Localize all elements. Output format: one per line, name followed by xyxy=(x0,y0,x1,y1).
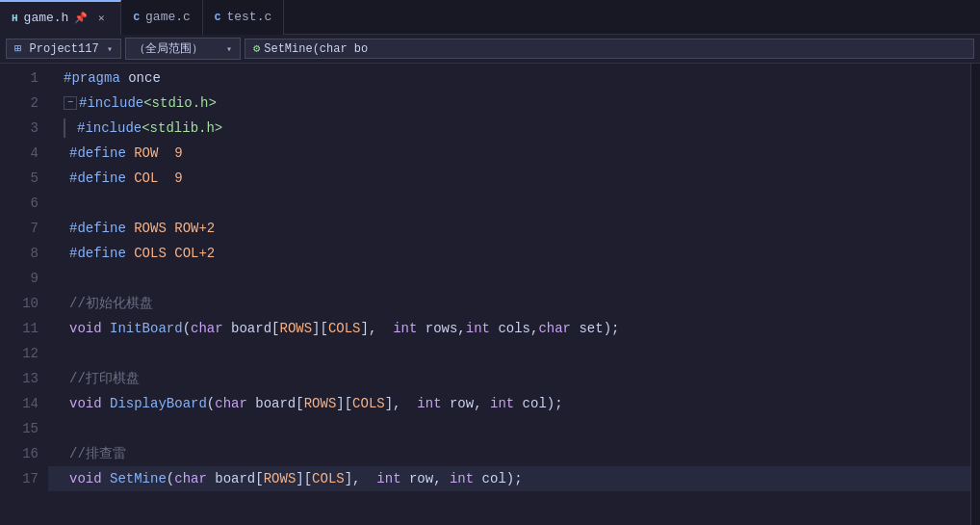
keyword-define-8: #define xyxy=(69,241,134,266)
pragma-value: once xyxy=(128,66,161,91)
kw-void-17: void xyxy=(69,466,110,491)
tab-label-test-c: test.c xyxy=(226,10,271,24)
tab-icon-game-c: C xyxy=(133,12,140,23)
macro-cols: COLS xyxy=(134,241,174,266)
punct-11g: ); xyxy=(604,316,620,341)
macro-col: COL xyxy=(134,166,158,191)
scrollbar[interactable] xyxy=(970,64,980,525)
code-line-4: #define ROW 9 xyxy=(48,141,970,166)
code-area[interactable]: #pragma once −#include<stdio.h> #include… xyxy=(48,64,970,525)
macro-val-7: ROW+2 xyxy=(174,216,215,241)
kw-char-14: char xyxy=(215,391,255,416)
keyword-include-3: #include xyxy=(77,116,142,141)
punct-11d: ], xyxy=(361,316,385,341)
macro-cols-11: COLS xyxy=(328,316,361,341)
line-num-16: 16 xyxy=(0,441,39,466)
line-num-14: 14 xyxy=(0,391,39,416)
tab-game-c[interactable]: C game.c xyxy=(121,0,202,35)
code-line-9 xyxy=(48,266,970,291)
macro-cols-14: COLS xyxy=(352,391,385,416)
include-file-3: <stdlib.h> xyxy=(142,116,222,141)
line-numbers: 1 2 3 4 5 6 7 8 9 10 11 12 13 14 15 16 1… xyxy=(0,64,48,525)
tab-close-game-h[interactable]: ✕ xyxy=(93,11,109,26)
kw-int-17b: int xyxy=(450,466,482,491)
kw-void-14: void xyxy=(69,391,110,416)
kw-int-11b: int xyxy=(466,316,499,341)
punct-11e: , xyxy=(457,316,465,341)
kw-int-11a: int xyxy=(385,316,426,341)
code-line-14: void DisplayBoard(char board[ROWS][COLS]… xyxy=(48,391,970,416)
macro-row: ROW xyxy=(134,141,158,166)
line-num-3: 3 xyxy=(0,116,39,141)
project-icon: ⊞ xyxy=(14,41,21,56)
param-cols-11: cols xyxy=(498,316,530,341)
function-label: SetMine(char bo xyxy=(264,42,368,56)
code-line-3: #include<stdlib.h> xyxy=(48,116,970,141)
keyword-include-2: #include xyxy=(79,91,143,116)
line-num-13: 13 xyxy=(0,366,39,391)
macro-val-8: COL+2 xyxy=(174,241,215,266)
code-line-16: //排查雷 xyxy=(48,441,970,466)
macro-spaces-5 xyxy=(158,166,174,191)
macro-cols-17: COLS xyxy=(312,466,345,491)
comment-13: //打印棋盘 xyxy=(69,366,140,391)
kw-int-17a: int xyxy=(369,466,409,491)
project-label: Project117 xyxy=(30,42,99,56)
punct-17b: [ xyxy=(255,466,263,491)
param-set-11: set xyxy=(579,316,603,341)
code-line-8: #define COLS COL+2 xyxy=(48,241,970,266)
punct-17f: ); xyxy=(506,466,523,491)
line-num-6: 6 xyxy=(0,191,39,216)
tab-pin-icon[interactable]: 📌 xyxy=(74,12,88,24)
punct-11c: ][ xyxy=(312,316,328,341)
punct-14f: ); xyxy=(547,391,563,416)
code-line-13: //打印棋盘 xyxy=(48,366,970,391)
fold-icon-2[interactable]: − xyxy=(64,96,77,110)
tab-label-game-c: game.c xyxy=(145,10,191,24)
tab-icon-test-c: C xyxy=(215,12,221,23)
func-displayboard: DisplayBoard xyxy=(110,391,207,416)
func-initboard: InitBoard xyxy=(110,316,183,341)
code-line-12 xyxy=(48,341,970,366)
line-num-4: 4 xyxy=(0,141,39,166)
macro-val-4: 9 xyxy=(174,141,182,166)
keyword-pragma: #pragma xyxy=(64,66,128,91)
code-line-2: −#include<stdio.h> xyxy=(48,91,970,116)
punct-14a: ( xyxy=(207,391,215,416)
function-selector[interactable]: ⚙ SetMine(char bo xyxy=(245,39,974,59)
tab-test-c[interactable]: C test.c xyxy=(203,0,284,35)
breadcrumb-bar: ⊞ Project117 ▾ （全局范围） ▾ ⚙ SetMine(char b… xyxy=(0,35,980,64)
code-line-17: void SetMine(char board[ROWS][COLS], int… xyxy=(48,466,970,491)
scope-label: （全局范围） xyxy=(134,40,203,57)
macro-rows-11: ROWS xyxy=(279,316,312,341)
macro-val-5: 9 xyxy=(174,166,182,191)
param-row-17: row xyxy=(409,466,433,491)
param-board-17: board xyxy=(215,466,255,491)
kw-char-11: char xyxy=(191,316,231,341)
tab-icon-game-h: H xyxy=(12,13,18,24)
kw-void-11: void xyxy=(69,316,110,341)
editor: 1 2 3 4 5 6 7 8 9 10 11 12 13 14 15 16 1… xyxy=(0,64,980,525)
line-num-12: 12 xyxy=(0,341,39,366)
scope-selector[interactable]: （全局范围） ▾ xyxy=(125,38,241,60)
tab-game-h[interactable]: H game.h 📌 ✕ xyxy=(0,0,121,35)
tab-label-game-h: game.h xyxy=(24,11,69,25)
line-num-10: 10 xyxy=(0,291,39,316)
include-file-2: <stdio.h> xyxy=(143,91,217,116)
line-num-9: 9 xyxy=(0,266,39,291)
param-col-14: col xyxy=(523,391,547,416)
code-line-6 xyxy=(48,191,970,216)
function-icon: ⚙ xyxy=(253,41,260,56)
line-num-5: 5 xyxy=(0,166,39,191)
keyword-define-7: #define xyxy=(69,216,134,241)
code-line-5: #define COL 9 xyxy=(48,166,970,191)
keyword-define-4: #define xyxy=(69,141,134,166)
project-selector[interactable]: ⊞ Project117 ▾ xyxy=(6,39,121,59)
punct-17e: , xyxy=(433,466,450,491)
code-line-11: void InitBoard(char board[ROWS][COLS], i… xyxy=(48,316,970,341)
punct-14b: [ xyxy=(296,391,303,416)
line-num-17: 17 xyxy=(0,466,39,491)
comment-16: //排查雷 xyxy=(69,441,126,466)
punct-11b: [ xyxy=(271,316,279,341)
line-num-7: 7 xyxy=(0,216,39,241)
